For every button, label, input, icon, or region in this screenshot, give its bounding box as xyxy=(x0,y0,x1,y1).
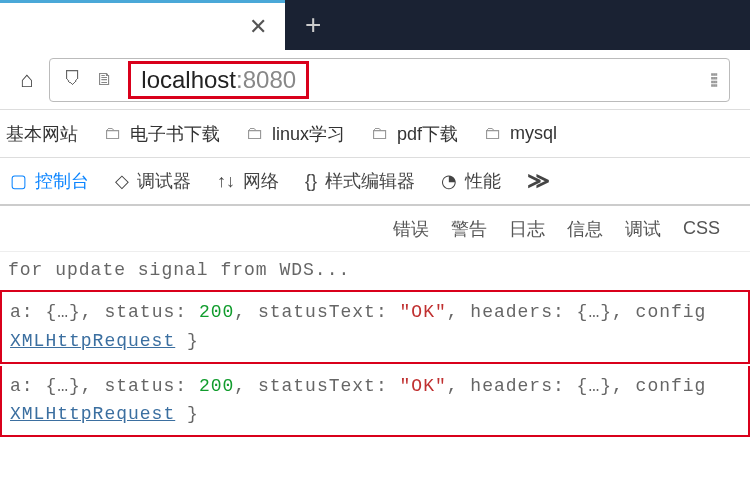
bookmark-item[interactable]: 🗀linux学习 xyxy=(246,122,345,146)
bookmarks-bar: 基本网站 🗀电子书下载 🗀linux学习 🗀pdf下载 🗀mysql xyxy=(0,110,750,158)
resp-tail: } xyxy=(175,404,199,424)
debugger-icon: ◇ xyxy=(115,170,129,192)
tab-label: 性能 xyxy=(465,169,501,193)
bookmark-label: pdf下载 xyxy=(397,122,458,146)
resp-object: {…} xyxy=(577,302,612,322)
bookmark-label: mysql xyxy=(510,123,557,144)
console-output: for update signal from WDS... a: {…}, st… xyxy=(0,252,750,437)
resp-headers-key: headers: xyxy=(470,302,564,322)
folder-icon: 🗀 xyxy=(371,123,389,144)
console-response-block[interactable]: a: {…}, status: 200, statusText: "OK", h… xyxy=(0,366,750,438)
resp-tail: } xyxy=(175,331,199,351)
resp-status-value: 200 xyxy=(199,302,234,322)
plus-icon[interactable]: + xyxy=(305,9,321,41)
home-icon[interactable]: ⌂ xyxy=(20,67,33,93)
xhr-link[interactable]: XMLHttpRequest xyxy=(10,331,175,351)
tab-style-editor[interactable]: {}样式编辑器 xyxy=(305,169,415,193)
folder-icon: 🗀 xyxy=(484,123,502,144)
console-icon: ▢ xyxy=(10,170,27,192)
filter-info[interactable]: 信息 xyxy=(567,217,603,241)
resp-statustext-key: statusText: xyxy=(258,376,388,396)
bookmark-label: 电子书下载 xyxy=(130,122,220,146)
browser-tab-new-area: + xyxy=(285,0,750,50)
tab-label: 样式编辑器 xyxy=(325,169,415,193)
resp-prefix: a: xyxy=(10,302,34,322)
tab-debugger[interactable]: ◇调试器 xyxy=(115,169,191,193)
perf-icon: ◔ xyxy=(441,170,457,192)
tab-console[interactable]: ▢控制台 xyxy=(10,169,89,193)
folder-icon: 🗀 xyxy=(104,123,122,144)
resp-prefix: a: xyxy=(10,376,34,396)
resp-object: {…} xyxy=(45,302,80,322)
network-icon: ↑↓ xyxy=(217,171,235,192)
address-bar[interactable]: ⛉ 🗎 localhost:8080 ⁞⁞⁞ xyxy=(49,58,730,102)
console-line: for update signal from WDS... xyxy=(0,252,750,288)
filter-debug[interactable]: 调试 xyxy=(625,217,661,241)
filter-logs[interactable]: 日志 xyxy=(509,217,545,241)
resp-status-key: status: xyxy=(104,376,187,396)
resp-headers-key: headers: xyxy=(470,376,564,396)
bookmark-item[interactable]: 🗀pdf下载 xyxy=(371,122,458,146)
resp-status-value: 200 xyxy=(199,376,234,396)
tab-label: 调试器 xyxy=(137,169,191,193)
tab-performance[interactable]: ◔性能 xyxy=(441,169,501,193)
resp-config-key: config xyxy=(636,376,707,396)
bookmark-label: 基本网站 xyxy=(6,122,78,146)
overflow-icon[interactable]: ≫ xyxy=(527,168,550,194)
resp-statustext-key: statusText: xyxy=(258,302,388,322)
filter-warnings[interactable]: 警告 xyxy=(451,217,487,241)
resp-object: {…} xyxy=(45,376,80,396)
bookmark-label: linux学习 xyxy=(272,122,345,146)
url-host: localhost xyxy=(141,66,236,94)
tab-network[interactable]: ↑↓网络 xyxy=(217,169,279,193)
devtools-tabs: ▢控制台 ◇调试器 ↑↓网络 {}样式编辑器 ◔性能 ≫ xyxy=(0,158,750,206)
resp-statustext-value: "OK" xyxy=(400,302,447,322)
resp-status-key: status: xyxy=(104,302,187,322)
tab-label: 控制台 xyxy=(35,169,89,193)
style-icon: {} xyxy=(305,171,317,192)
shield-icon[interactable]: ⛉ xyxy=(64,69,82,90)
tab-label: 网络 xyxy=(243,169,279,193)
xhr-link[interactable]: XMLHttpRequest xyxy=(10,404,175,424)
close-icon[interactable]: ✕ xyxy=(249,14,267,40)
console-filter-row: 错误 警告 日志 信息 调试 CSS xyxy=(0,206,750,252)
browser-tab-strip: ✕ + xyxy=(0,0,750,50)
resp-config-key: config xyxy=(636,302,707,322)
bookmark-item[interactable]: 🗀mysql xyxy=(484,123,557,144)
bookmark-item[interactable]: 🗀电子书下载 xyxy=(104,122,220,146)
folder-icon: 🗀 xyxy=(246,123,264,144)
resp-object: {…} xyxy=(577,376,612,396)
address-row: ⌂ ⛉ 🗎 localhost:8080 ⁞⁞⁞ xyxy=(0,50,750,110)
filter-errors[interactable]: 错误 xyxy=(393,217,429,241)
url-highlight-box: localhost:8080 xyxy=(128,61,309,99)
browser-tab-active[interactable]: ✕ xyxy=(0,0,285,50)
console-response-block[interactable]: a: {…}, status: 200, statusText: "OK", h… xyxy=(0,290,750,364)
page-icon: 🗎 xyxy=(96,69,114,90)
url-port: :8080 xyxy=(236,66,296,94)
resp-statustext-value: "OK" xyxy=(400,376,447,396)
qr-icon[interactable]: ⁞⁞⁞ xyxy=(709,68,715,92)
filter-css[interactable]: CSS xyxy=(683,218,720,239)
bookmark-item[interactable]: 基本网站 xyxy=(6,122,78,146)
